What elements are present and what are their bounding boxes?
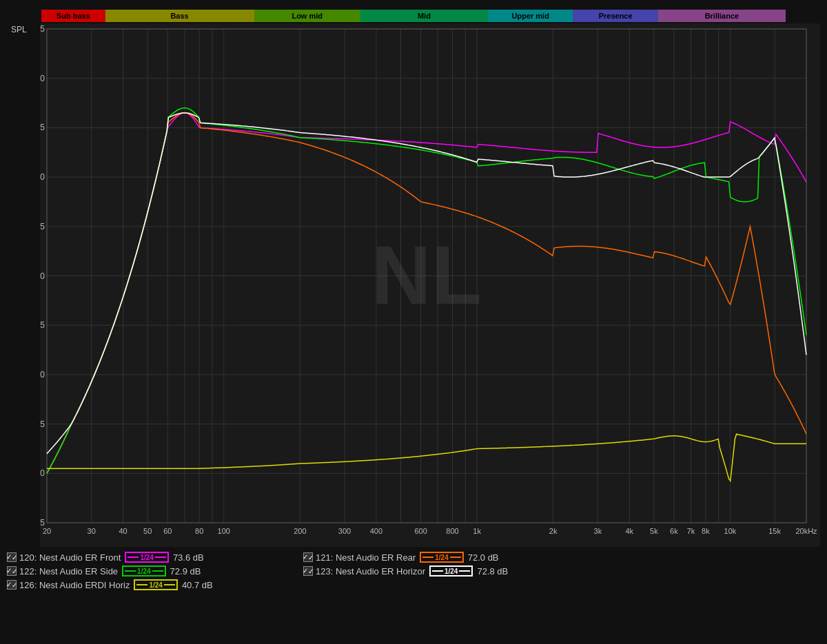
legend-db-120: 73.6 dB xyxy=(173,552,204,563)
legend-smooth-122[interactable]: 1/24 xyxy=(122,565,165,577)
legend-db-122: 72.9 dB xyxy=(170,566,201,577)
freq-band-brilliance: Brilliance xyxy=(658,10,786,22)
legend-item-120: ✓120: Nest Audio ER Front1/2473.6 dB xyxy=(7,551,303,563)
legend-label-123: 123: Nest Audio ER Horizor xyxy=(316,566,425,577)
frequency-response-chart xyxy=(40,23,820,547)
legend-checkbox-126[interactable]: ✓ xyxy=(7,580,17,590)
legend-db-126: 40.7 dB xyxy=(182,580,213,590)
legend-label-122: 122: Nest Audio ER Side xyxy=(19,566,118,577)
legend-db-121: 72.0 dB xyxy=(468,552,499,563)
legend-label-121: 121: Nest Audio ER Rear xyxy=(316,552,416,563)
legend-checkbox-121[interactable]: ✓ xyxy=(303,552,313,562)
legend-db-123: 72.8 dB xyxy=(477,566,508,577)
freq-band-bass: Bass xyxy=(105,10,254,22)
freq-bands-bar: Sub bassBassLow midMidUpper midPresenceB… xyxy=(41,10,786,22)
chart-title xyxy=(0,0,827,10)
spl-label: SPL xyxy=(11,25,27,34)
legend-smooth-121[interactable]: 1/24 xyxy=(420,552,463,563)
legend-smooth-123[interactable]: 1/24 xyxy=(429,565,473,577)
legend-checkbox-120[interactable]: ✓ xyxy=(7,552,17,562)
legend-item-123: ✓123: Nest Audio ER Horizor1/2472.8 dB xyxy=(303,565,600,577)
freq-band-mid: Mid xyxy=(360,10,488,22)
main-container: Sub bassBassLow midMidUpper midPresenceB… xyxy=(0,0,827,644)
legend-checkbox-122[interactable]: ✓ xyxy=(7,566,17,576)
freq-band-upper-mid: Upper mid xyxy=(488,10,573,22)
legend-label-120: 120: Nest Audio ER Front xyxy=(19,552,121,563)
legend-label-126: 126: Nest Audio ERDI Horiz xyxy=(19,580,130,590)
legend-checkbox-123[interactable]: ✓ xyxy=(303,566,313,576)
legend-row-1: ✓120: Nest Audio ER Front1/2473.6 dB✓121… xyxy=(7,551,820,563)
legend: ✓120: Nest Audio ER Front1/2473.6 dB✓121… xyxy=(0,547,827,594)
legend-row-2: ✓122: Nest Audio ER Side1/2472.9 dB✓123:… xyxy=(7,565,820,577)
freq-band-sub-bass: Sub bass xyxy=(41,10,105,22)
legend-item-126: ✓126: Nest Audio ERDI Horiz1/2440.7 dB xyxy=(7,579,303,591)
legend-item-122: ✓122: Nest Audio ER Side1/2472.9 dB xyxy=(7,565,303,577)
freq-band-presence: Presence xyxy=(573,10,657,22)
legend-row-3: ✓126: Nest Audio ERDI Horiz1/2440.7 dB xyxy=(7,579,820,591)
legend-smooth-126[interactable]: 1/24 xyxy=(134,579,177,590)
freq-band-low-mid: Low mid xyxy=(254,10,360,22)
legend-item-121: ✓121: Nest Audio ER Rear1/2472.0 dB xyxy=(303,551,600,563)
legend-smooth-120[interactable]: 1/24 xyxy=(125,552,168,563)
